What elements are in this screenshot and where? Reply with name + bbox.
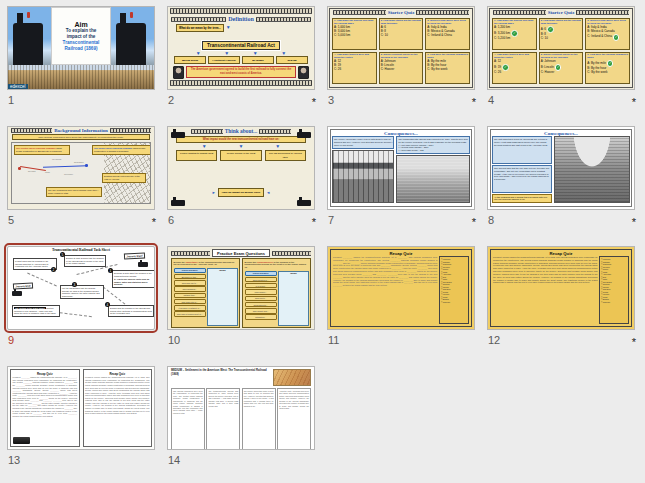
state-label: Wyoming xyxy=(52,158,61,160)
slide-number: 14 xyxy=(168,454,180,466)
slide-thumbnail-14[interactable]: MEDIUM – Settlement in the American West… xyxy=(167,366,315,450)
train-carriage-interior-image xyxy=(554,136,630,203)
slide-number: 12 xyxy=(488,334,500,346)
slide-thumbnail-10[interactable]: Practice Exam Questions Explain the impo… xyxy=(167,246,315,330)
exam-question: Explain the importance of the Transconti… xyxy=(174,261,238,267)
slide-thumbnail-8[interactable]: Consequences... The first class ticket w… xyxy=(487,126,635,210)
slide-cell-7: Consequences... The journey would take u… xyxy=(323,122,483,242)
arrow-down-icon: ▼ xyxy=(202,144,207,149)
task-number-3: 3 xyxy=(72,282,77,287)
bottom-question-box: Have an impact on anyone else? xyxy=(218,188,265,197)
phrase-chip: This also led to... xyxy=(174,280,206,285)
ticket-value-textbox: The first class ticket would be around $… xyxy=(492,136,552,164)
panel-title: Recap Quiz xyxy=(85,372,150,376)
slide-frame: Consequences... The journey would take u… xyxy=(330,129,472,207)
definition-part: By railway xyxy=(242,56,274,64)
phrase-chip: Because of this... xyxy=(174,274,206,279)
slide-number: 6 xyxy=(168,214,174,226)
slide-thumbnail-6[interactable]: Think about... What impact would the new… xyxy=(167,126,315,210)
slide-number: 5 xyxy=(8,214,14,226)
slide-frame: Recap Quiz President ________ passed the… xyxy=(330,249,472,327)
slide-thumbnail-11[interactable]: Recap Quiz President ________ passed the… xyxy=(327,246,475,330)
worksheet-header: MEDIUM – Settlement in the American West… xyxy=(171,369,267,376)
task-box-1: Describe 2 facts about the building of t… xyxy=(112,270,155,288)
task-box-4: Explain how the building of the railroad… xyxy=(108,305,154,317)
quiz-answer: C: 26✓ xyxy=(334,68,375,72)
animation-indicator: * xyxy=(152,218,156,226)
track-decoration xyxy=(576,10,629,15)
slide-thumbnail-2[interactable]: Definition What do we mean by the term..… xyxy=(167,6,315,90)
quiz-card: 2. How many states did the railroad pass… xyxy=(539,18,584,50)
slide-thumbnail-1[interactable]: Aim To explain the impact of the Transco… xyxy=(7,6,155,90)
track-border xyxy=(170,8,312,14)
slide-number: 3 xyxy=(328,94,334,106)
slide-frame: Starter Quiz 1. How many km long do you … xyxy=(329,8,473,88)
phrase-chip: As a result... xyxy=(245,283,277,288)
slide-title: Practice Exam Questions xyxy=(212,249,270,257)
slide-title: Starter Quiz xyxy=(388,10,415,15)
worksheet-columns: Two railroad companies were given the re… xyxy=(168,387,314,450)
slide-number: 2 xyxy=(168,94,174,106)
arrow-down-icon: ▼ xyxy=(239,144,244,149)
quiz-card: 6. How were the railroad companies paid?… xyxy=(425,52,470,84)
slide-thumbnail-13[interactable]: Recap Quiz President ________ passed the… xyxy=(7,366,155,450)
animation-indicator: * xyxy=(632,218,636,226)
task-box-3: List the advantages that the railroad br… xyxy=(60,285,104,299)
worksheet-panel-right: Recap Quiz President Lincoln passed the … xyxy=(83,369,153,447)
word-bank: FarmersChangeCaliforniaQuickerUnion1862A… xyxy=(599,256,629,324)
slide-frame: Consequences... The first class ticket w… xyxy=(490,129,632,207)
state-label: Utah xyxy=(45,171,50,173)
cloze-paragraph: President ________ passed the Transconti… xyxy=(333,256,438,324)
slide-thumbnail-9[interactable]: Transcontinental Railroad Task Sheet Jou… xyxy=(7,246,155,330)
slide-frame: Starter Quiz 1. How many km long do you … xyxy=(489,8,633,88)
task-number-5: 5 xyxy=(60,252,65,257)
track-decoration xyxy=(272,251,311,256)
quiz-answer: C: 5,200 km✓ xyxy=(494,37,535,41)
task-box-5: Explain at least 2 issues that the build… xyxy=(64,255,106,267)
definition-parts: Moving acrossA continent (America)By rai… xyxy=(174,56,308,64)
word-bank-item: Chinese xyxy=(601,301,627,303)
slide-thumbnail-4[interactable]: Starter Quiz 1. How many km long do you … xyxy=(487,6,635,90)
aim-line: Railroad (1869) xyxy=(65,46,98,51)
animation-indicator: * xyxy=(312,218,316,226)
quiz-answer: C: Hoover✓ xyxy=(541,71,582,75)
wagon-comparison-textbox: All this compared with 6 months travel b… xyxy=(492,194,552,203)
slide-thumbnail-12[interactable]: Recap Quiz President Lincoln passed the … xyxy=(487,246,635,330)
check-icon: ✓ xyxy=(502,64,509,71)
train-icon xyxy=(12,291,22,296)
check-icon: ✓ xyxy=(555,64,562,71)
track-decoration xyxy=(493,10,546,15)
cloze-paragraph-answered: President Lincoln passed the Transcontin… xyxy=(493,256,598,324)
definition-part: Moving across xyxy=(174,56,206,64)
slide-thumbnail-5[interactable]: Background Information Two railroad comp… xyxy=(7,126,155,210)
slide-cell-11: Recap Quiz President ________ passed the… xyxy=(323,242,483,362)
slide-cell-14: MEDIUM – Settlement in the American West… xyxy=(163,362,323,482)
phrase-chip: This changed... xyxy=(174,286,206,291)
ticket-prices-textbox: The transcontinental railroad was comple… xyxy=(396,136,470,154)
check-icon: ✓ xyxy=(547,26,554,33)
exam-question-panel-left: Explain the importance of the Transconti… xyxy=(171,258,240,328)
aim-line: To explain the xyxy=(66,28,97,33)
map-note: Existing railroad routes already in the … xyxy=(102,173,146,183)
arrow-right-icon: ► xyxy=(212,190,216,195)
train-image xyxy=(13,437,30,444)
trestle-bridge-image xyxy=(332,150,394,203)
track-decoration xyxy=(259,129,291,134)
slide-frame: Recap Quiz President Lincoln passed the … xyxy=(490,249,632,327)
quiz-card: 4. How many tunnels were dug along the r… xyxy=(332,52,377,84)
quiz-card: 6. How were the railroad companies paid?… xyxy=(585,52,630,84)
quiz-card: 3. Workers from where were hired to buil… xyxy=(585,18,630,50)
quiz-answer: C: Ireland & China✓ xyxy=(587,34,628,41)
slide-title: Background Information xyxy=(54,128,108,133)
state-label: Colorado xyxy=(64,173,73,175)
quiz-answer: C: Hoover✓ xyxy=(381,68,422,72)
phrase-chip: This further... xyxy=(245,289,277,294)
slide-thumbnail-3[interactable]: Starter Quiz 1. How many km long do you … xyxy=(327,6,475,90)
slide-cell-4: Starter Quiz 1. How many km long do you … xyxy=(483,2,643,122)
slide-sorter-view: Aim To explain the impact of the Transco… xyxy=(0,0,645,483)
train-icon xyxy=(171,132,185,138)
slide-thumbnail-7[interactable]: Consequences... The journey would take u… xyxy=(327,126,475,210)
impact-box: People wanting to migrate west xyxy=(176,150,217,162)
impact-boxes: People wanting to migrate westPeople alr… xyxy=(176,150,306,162)
callout-joining: The two companies then raced towards eac… xyxy=(46,187,102,197)
